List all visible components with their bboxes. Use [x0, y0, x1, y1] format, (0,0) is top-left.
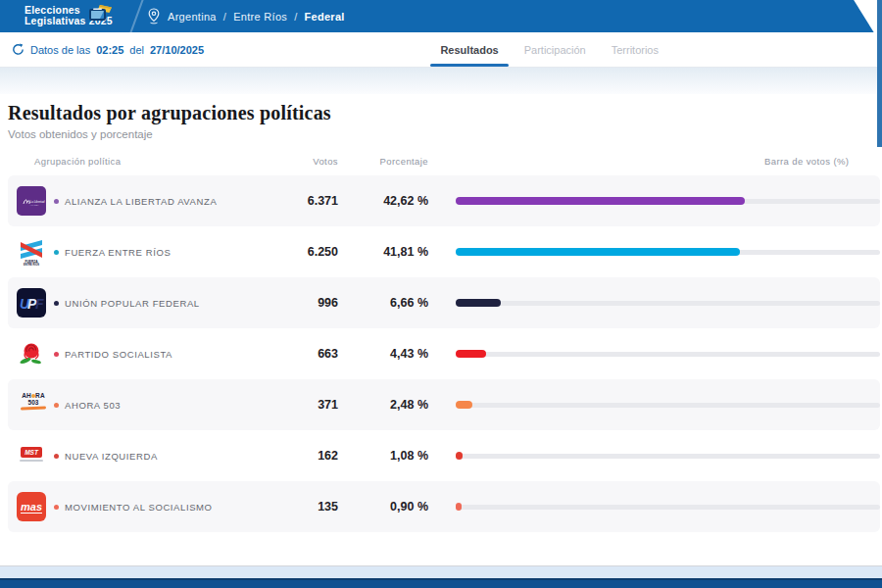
- votes-value: 371: [284, 398, 338, 412]
- vote-bar: [456, 503, 462, 511]
- party-name: FUERZA ENTRE RÍOS: [65, 247, 171, 258]
- timestamp-prefix: Datos de las: [30, 44, 90, 56]
- vote-bar-track: [456, 250, 880, 255]
- data-timestamp: Datos de las 02:25 del 27/10/2025: [0, 32, 204, 67]
- votes-value: 135: [284, 500, 338, 514]
- party-name-cell: FUERZA ENTRE RÍOS: [54, 247, 284, 258]
- svg-text:La Libertad: La Libertad: [30, 200, 45, 204]
- percentage-value: 2,48 %: [338, 398, 428, 412]
- tab-bar: Resultados Participación Territorios: [434, 32, 664, 67]
- ballot-box-icon: [86, 2, 116, 24]
- vote-bar: [456, 299, 501, 307]
- breadcrumb-province[interactable]: Entre Ríos: [233, 11, 287, 23]
- party-color-dot: [54, 403, 59, 408]
- party-logo: FUERZA ENTRE RÍOS: [17, 237, 46, 267]
- table-row[interactable]: AHRA 503 AHORA 503 371 2,48 %: [8, 379, 880, 430]
- breadcrumb-separator: /: [223, 11, 226, 23]
- party-color-dot: [54, 250, 59, 255]
- vote-bar-cell: [428, 277, 880, 328]
- breadcrumb-country[interactable]: Argentina: [168, 11, 217, 23]
- timestamp-time: 02:25: [96, 44, 123, 56]
- tab-territorios[interactable]: Territorios: [606, 32, 664, 67]
- votes-value: 6.250: [284, 245, 338, 259]
- vote-bar-track: [456, 301, 880, 306]
- party-name-cell: PARTIDO SOCIALISTA: [54, 349, 284, 360]
- vote-bar-track: [456, 403, 880, 408]
- tab-resultados[interactable]: Resultados: [434, 32, 504, 67]
- ahora-logo-graphic: AHRA 503: [17, 392, 50, 410]
- location-pin-icon: [147, 8, 161, 24]
- mas-logo-graphic: mas: [17, 492, 46, 521]
- party-logo: La Libertad AVANZA: [17, 186, 46, 216]
- breadcrumb: Argentina / Entre Ríos / Federal: [147, 0, 345, 32]
- table-row[interactable]: MST NUEVA IZQUIERDA 162 1,08 %: [8, 430, 880, 481]
- party-name: ALIANZA LA LIBERTAD AVANZA: [65, 196, 217, 207]
- party-name: NUEVA IZQUIERDA: [65, 451, 158, 462]
- vote-bar-track: [456, 199, 880, 204]
- vote-bar: [456, 452, 463, 460]
- svg-text:AVANZA: AVANZA: [30, 204, 40, 207]
- party-logo: AHRA 503: [17, 390, 46, 419]
- timestamp-connector: del: [129, 44, 144, 56]
- page-title: Resultados por agrupaciones políticas: [8, 102, 882, 124]
- party-name: UNIÓN POPULAR FEDERAL: [65, 298, 200, 309]
- breadcrumb-district[interactable]: Federal: [304, 11, 344, 23]
- party-color-dot: [54, 301, 59, 306]
- svg-text:FUERZA: FUERZA: [25, 260, 39, 264]
- vote-bar-cell: [428, 226, 880, 277]
- party-color-dot: [54, 505, 59, 510]
- vote-bar-track: [456, 505, 880, 510]
- top-header: Elecciones Legislativas 2025 Argentina /…: [0, 0, 882, 32]
- fer-logo-graphic: FUERZA ENTRE RÍOS: [17, 237, 46, 267]
- vote-bar-track: [456, 454, 880, 459]
- percentage-value: 4,43 %: [338, 347, 428, 361]
- party-name-cell: MOVIMIENTO AL SOCIALISMO: [54, 502, 284, 513]
- table-header: Agrupación política Votos Porcentaje Bar…: [8, 156, 882, 173]
- vote-bar-cell: [428, 175, 880, 226]
- party-logo: mas: [17, 492, 46, 521]
- table-row[interactable]: mas MOVIMIENTO AL SOCIALISMO 135 0,90 %: [8, 481, 880, 532]
- party-logo: U P F: [17, 288, 46, 318]
- column-header-bar: Barra de votos (%): [764, 156, 849, 167]
- party-color-dot: [54, 454, 59, 459]
- rose-logo-graphic: [17, 339, 46, 368]
- svg-text:F: F: [35, 296, 44, 312]
- table-row[interactable]: La Libertad AVANZA ALIANZA LA LIBERTAD A…: [8, 175, 880, 226]
- percentage-value: 0,90 %: [338, 500, 428, 514]
- vote-bar: [456, 248, 740, 256]
- table-row[interactable]: PARTIDO SOCIALISTA 663 4,43 %: [8, 328, 880, 379]
- vote-bar-cell: [428, 328, 880, 379]
- party-name: MOVIMIENTO AL SOCIALISMO: [65, 502, 213, 513]
- lla-logo-graphic: La Libertad AVANZA: [17, 186, 46, 216]
- vote-bar-track: [456, 352, 880, 357]
- party-name-cell: UNIÓN POPULAR FEDERAL: [54, 298, 284, 309]
- tab-participacion[interactable]: Participación: [518, 32, 592, 67]
- ni-logo-graphic: MST: [17, 447, 46, 462]
- vote-bar-cell: [428, 430, 880, 481]
- vote-bar: [456, 401, 472, 409]
- party-logo: [17, 339, 46, 368]
- gradient-band: [0, 67, 882, 94]
- results-table: La Libertad AVANZA ALIANZA LA LIBERTAD A…: [8, 175, 882, 532]
- page: Elecciones Legislativas 2025 Argentina /…: [0, 0, 882, 588]
- party-logo: MST: [17, 441, 46, 470]
- vote-bar: [456, 197, 745, 205]
- votes-value: 663: [284, 347, 338, 361]
- breadcrumb-separator: /: [294, 11, 297, 23]
- upf-logo-graphic: U P F: [17, 288, 46, 318]
- column-header-percentage: Porcentaje: [330, 156, 428, 167]
- results-section: Resultados por agrupaciones políticas Vo…: [0, 94, 882, 532]
- table-row[interactable]: U P F UNIÓN POPULAR FEDERAL 996 6,66 %: [8, 277, 880, 328]
- column-header-votes: Votos: [240, 156, 338, 167]
- votes-value: 996: [284, 296, 338, 310]
- party-name-cell: NUEVA IZQUIERDA: [54, 451, 284, 462]
- party-name-cell: ALIANZA LA LIBERTAD AVANZA: [54, 196, 284, 207]
- party-name-cell: AHORA 503: [54, 400, 284, 411]
- vote-bar-cell: [428, 481, 880, 532]
- percentage-value: 6,66 %: [338, 296, 428, 310]
- votes-value: 6.371: [284, 194, 338, 208]
- table-row[interactable]: FUERZA ENTRE RÍOS FUERZA ENTRE RÍOS 6.25…: [8, 226, 880, 277]
- vote-bar: [456, 350, 486, 358]
- scrollbar-thumb[interactable]: [877, 0, 882, 147]
- party-color-dot: [54, 352, 59, 357]
